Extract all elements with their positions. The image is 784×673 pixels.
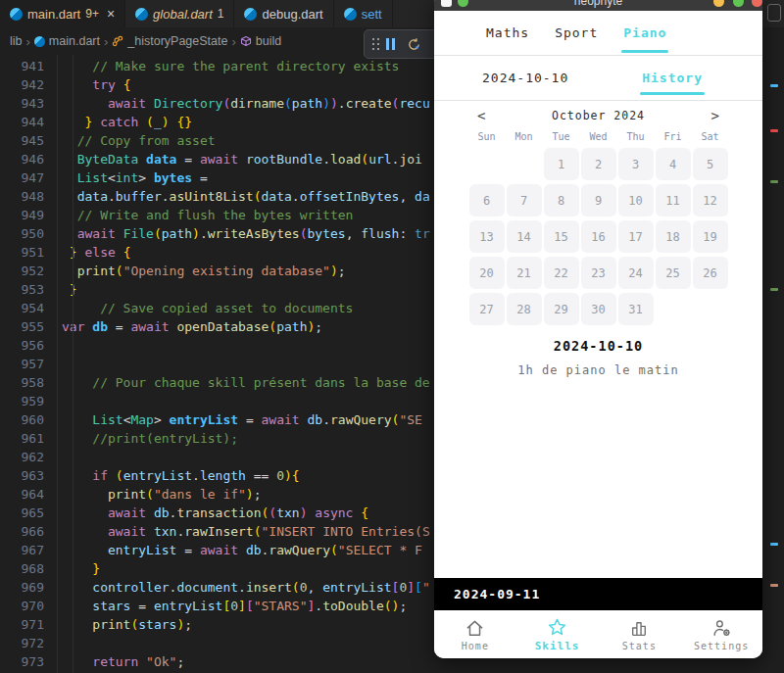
calendar-day-9[interactable]: 9 (581, 184, 616, 216)
dart-icon (244, 8, 257, 21)
code-text: // Write and flush the bytes written (44, 206, 353, 224)
calendar-day-30[interactable]: 30 (581, 293, 616, 325)
code-text: // Make sure the parent directory exists (44, 57, 399, 75)
nav-label: Skills (535, 640, 580, 652)
pause-button[interactable] (386, 38, 395, 50)
calendar-day-21[interactable]: 21 (507, 257, 542, 289)
calendar-day-14[interactable]: 14 (507, 220, 542, 253)
code-text (44, 634, 62, 652)
calendar-day-13[interactable]: 13 (469, 220, 505, 253)
nav-item-home[interactable]: Home (434, 610, 516, 658)
calendar-day-18[interactable]: 18 (656, 220, 691, 253)
screen: main.dart9+×global.dart1debug.dartsett l… (0, 0, 784, 673)
grip-icon[interactable] (372, 38, 374, 40)
breadcrumb-item-build[interactable]: build (240, 34, 281, 48)
breadcrumb-item-lib[interactable]: lib (10, 34, 23, 48)
line-number: 965 (0, 504, 44, 522)
tab-current-date[interactable]: 2024-10-10 (482, 71, 568, 85)
calendar-day-25[interactable]: 25 (656, 257, 691, 289)
minimap-mark (770, 584, 778, 587)
line-number: 970 (0, 597, 44, 615)
calendar-day-27[interactable]: 27 (469, 293, 505, 325)
calendar-empty-cell (507, 148, 542, 180)
calendar-day-11[interactable]: 11 (656, 184, 691, 216)
calendar-day-31[interactable]: 31 (618, 293, 654, 325)
calendar-day-23[interactable]: 23 (581, 257, 616, 289)
calendar-day-2[interactable]: 2 (581, 148, 616, 180)
line-number: 972 (0, 634, 44, 652)
calendar-day-10[interactable]: 10 (618, 184, 654, 216)
skill-tab-piano[interactable]: Piano (623, 20, 666, 46)
minimap-mark (770, 84, 778, 87)
indent-guide (57, 55, 58, 673)
editor-tab-sett[interactable]: sett (334, 0, 393, 27)
minimap-mark (770, 288, 778, 291)
code-text: controller.document.insert(0, entryList[… (44, 578, 430, 597)
calendar-day-22[interactable]: 22 (544, 257, 579, 289)
close-icon[interactable]: × (107, 6, 115, 22)
tab-history[interactable]: History (642, 65, 703, 91)
calendar-day-29[interactable]: 29 (544, 293, 579, 325)
calendar-day-7[interactable]: 7 (507, 184, 542, 216)
code-text: entryList = await db.rawQuery("SELECT * … (44, 541, 422, 559)
breadcrumb-label: lib (10, 34, 23, 48)
line-number: 942 (0, 75, 44, 94)
line-number: 966 (0, 522, 44, 541)
calendar-day-15[interactable]: 15 (544, 220, 579, 253)
skill-tab-maths[interactable]: Maths (486, 20, 529, 46)
code-text: // Copy from asset (44, 131, 216, 150)
calendar-day-6[interactable]: 6 (469, 184, 505, 216)
calendar-day-20[interactable]: 20 (469, 257, 505, 289)
line-number: 952 (0, 262, 44, 280)
calendar-prev-button[interactable]: < (477, 108, 485, 123)
nav-item-stats[interactable]: Stats (599, 610, 681, 658)
selected-date-label: 2024-10-10 (434, 338, 762, 354)
calendar-day-17[interactable]: 17 (618, 220, 654, 253)
line-number: 971 (0, 615, 44, 634)
calendar-day-8[interactable]: 8 (544, 184, 579, 216)
editor-overflow-widget[interactable] (767, 4, 781, 22)
line-number: 946 (0, 150, 44, 168)
editor-tab-maindart[interactable]: main.dart9+× (0, 0, 125, 27)
code-text: await txn.rawInsert("INSERT INTO Entries… (44, 522, 430, 541)
calendar-day-28[interactable]: 28 (507, 293, 542, 325)
calendar-day-4[interactable]: 4 (656, 148, 691, 180)
footer-date-bar[interactable]: 2024-09-11 (434, 578, 762, 610)
calendar-next-button[interactable]: > (711, 108, 719, 123)
code-text: var db = await openDatabase(path); (44, 317, 322, 336)
weekday-label: Wed (581, 131, 616, 142)
tab-badge: 9+ (85, 7, 99, 21)
calendar-day-12[interactable]: 12 (693, 184, 728, 216)
line-number: 943 (0, 94, 44, 113)
calendar-day-26[interactable]: 26 (693, 257, 728, 289)
calendar-day-19[interactable]: 19 (693, 220, 728, 253)
code-text: // Save copied asset to documents (44, 299, 353, 317)
dart-icon (10, 8, 23, 21)
hot-restart-button[interactable] (407, 37, 421, 52)
breadcrumb-item-maindart[interactable]: main.dart (34, 34, 100, 48)
line-number: 962 (0, 448, 44, 466)
calendar-day-3[interactable]: 3 (618, 148, 654, 180)
breadcrumb-item-_historyPageState[interactable]: _historyPageState (112, 34, 227, 48)
editor-tab-debugdart[interactable]: debug.dart (234, 0, 333, 27)
nav-item-settings[interactable]: Settings (680, 610, 762, 658)
nav-item-skills[interactable]: Skills (516, 610, 599, 658)
editor-tab-globaldart[interactable]: global.dart1 (125, 0, 234, 27)
dart-icon (135, 8, 148, 21)
line-number: 948 (0, 187, 44, 206)
minimap[interactable] (762, 55, 784, 673)
calendar-day-16[interactable]: 16 (581, 220, 616, 253)
line-number: 961 (0, 429, 44, 448)
emulator-titlebar[interactable]: neophyte (434, 0, 762, 11)
calendar-day-1[interactable]: 1 (544, 148, 579, 180)
tab-label: main.dart (27, 7, 80, 22)
weekday-label: Tue (544, 131, 579, 142)
code-text: await db.transaction((txn) async { (44, 504, 368, 522)
footer-date-label: 2024-09-11 (434, 587, 540, 601)
breadcrumb: lib›main.dart›_historyPageState›build (0, 34, 281, 49)
skill-tab-sport[interactable]: Sport (555, 20, 598, 46)
line-number: 950 (0, 224, 44, 243)
dart-icon (344, 8, 357, 21)
calendar-day-5[interactable]: 5 (693, 148, 728, 180)
calendar-day-24[interactable]: 24 (618, 257, 654, 289)
